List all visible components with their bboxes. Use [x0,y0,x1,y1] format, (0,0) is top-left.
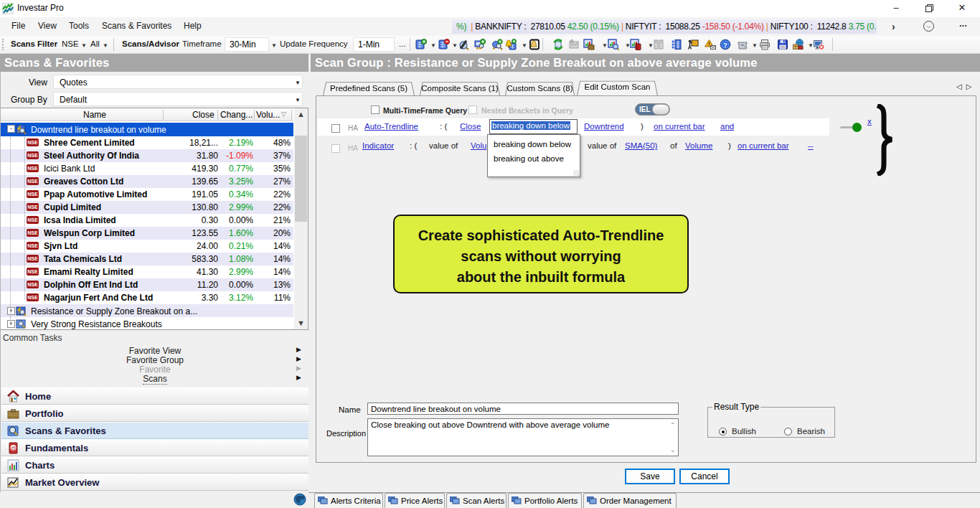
svg-text:?: ? [723,41,727,49]
svg-text:@: @ [10,445,16,451]
